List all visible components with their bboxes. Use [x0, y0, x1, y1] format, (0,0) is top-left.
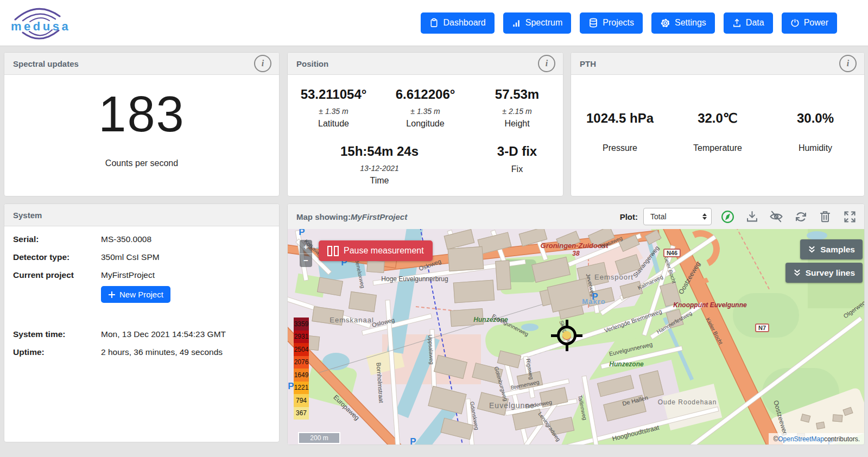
- card-header: Position i: [288, 53, 563, 75]
- parking-icon: P: [288, 381, 294, 392]
- map-zoom-control: + −: [300, 240, 312, 267]
- plot-label: Plot:: [620, 212, 638, 221]
- pause-measurement-button[interactable]: Pause measurement: [319, 240, 433, 261]
- openstreetmap-link[interactable]: OpenStreetMap: [778, 435, 824, 443]
- pause-icon: [327, 246, 339, 256]
- map-label: Hunzezone: [609, 360, 643, 368]
- fix-value: 3-D fix: [471, 144, 563, 159]
- new-project-label: New Project: [119, 290, 163, 299]
- plot-select[interactable]: Total: [643, 208, 712, 225]
- eye-off-icon[interactable]: [768, 208, 784, 225]
- uptime-label: Uptime:: [13, 347, 101, 357]
- road-shield: N46: [663, 249, 681, 257]
- nav-label: Spectrum: [525, 18, 562, 28]
- nav-label: Dashboard: [443, 18, 485, 28]
- nav-spectrum-button[interactable]: Spectrum: [503, 12, 571, 34]
- time-value: 15h:54m 24s: [288, 144, 471, 159]
- map-label: Oude Roodehaan: [658, 398, 717, 406]
- temperature-value: 32.0℃: [669, 111, 766, 126]
- spectral-updates-card: Spectral updates i 183 Counts per second: [4, 52, 280, 196]
- map-title-project: MyFirstProject: [351, 212, 407, 221]
- system-time-row: System time: Mon, 13 Dec 2021 14:54:23 G…: [13, 329, 226, 339]
- map-card: Map showing: MyFirstProject Plot: Total: [287, 204, 865, 445]
- card-title: PTH: [580, 59, 596, 68]
- pth-card: PTH i 1024.5 hPa Pressure 32.0℃ Temperat…: [571, 52, 865, 196]
- nav-settings-button[interactable]: Settings: [651, 12, 715, 34]
- database-icon: [588, 18, 598, 28]
- nav-label: Power: [804, 18, 828, 28]
- map-building: [428, 386, 466, 414]
- map-canvas[interactable]: Groningen-Zuidoost38Hoge Euvelgunnerbrug…: [288, 229, 864, 445]
- nav-label: Projects: [603, 18, 634, 28]
- refresh-icon[interactable]: [793, 208, 809, 225]
- map-building: [816, 422, 825, 429]
- system-time-label: System time:: [13, 329, 101, 339]
- map-building: [448, 246, 484, 271]
- nav-projects-button[interactable]: Projects: [580, 12, 643, 34]
- legend-cell: 2931: [294, 331, 309, 344]
- map-attribution: © OpenStreetMap contributors.: [769, 433, 864, 445]
- serial-value: MS-350.0008: [101, 234, 151, 244]
- detector-row: Detector type: 350ml CsI SPM: [13, 252, 160, 262]
- survey-lines-label: Survey lines: [806, 268, 855, 278]
- samples-toggle-button[interactable]: Samples: [800, 239, 863, 259]
- longitude-label: Longitude: [379, 119, 471, 129]
- height-label: Height: [471, 119, 563, 129]
- fix-metric: 3-D fix Fix: [471, 144, 563, 186]
- nav-power-button[interactable]: Power: [782, 12, 837, 34]
- nav-data-button[interactable]: Data: [724, 12, 773, 34]
- info-icon[interactable]: i: [254, 55, 271, 72]
- chevrons-down-icon: [793, 269, 801, 277]
- parking-icon: P: [592, 291, 598, 302]
- logo-text: medusa: [11, 20, 71, 33]
- survey-lines-toggle-button[interactable]: Survey lines: [785, 263, 863, 283]
- card-title: Position: [296, 59, 328, 68]
- gear-icon: [660, 18, 670, 28]
- map-building: [366, 260, 384, 273]
- card-header: System: [4, 204, 279, 226]
- map-label: 38: [572, 250, 579, 257]
- clipboard-icon: [429, 18, 439, 28]
- humidity-metric: 30.0% Humidity: [766, 111, 864, 153]
- top-bar: medusa Dashboard Spectrum Projects Setti…: [0, 0, 868, 46]
- longitude-value: 6.612206°: [379, 87, 471, 102]
- nav-dashboard-button[interactable]: Dashboard: [421, 12, 494, 34]
- parking-icon: P: [410, 436, 416, 445]
- map-toolbar: [719, 208, 858, 225]
- zoom-out-button[interactable]: −: [300, 254, 312, 268]
- compass-icon[interactable]: [719, 208, 736, 225]
- project-row: Current project MyFirstProject: [13, 270, 155, 280]
- nav-label: Data: [746, 18, 764, 28]
- map-building: [453, 280, 495, 303]
- zoom-in-button[interactable]: +: [300, 240, 312, 254]
- nav-label: Settings: [675, 18, 706, 28]
- map-feature: [807, 231, 827, 240]
- legend-cell: 3359: [294, 318, 309, 331]
- latitude-metric: 53.211054° ± 1.35 m Latitude: [288, 87, 379, 129]
- card-header: Spectral updates i: [4, 53, 279, 75]
- select-updown-icon: [702, 213, 707, 220]
- height-metric: 57.53m ± 2.15 m Height: [471, 87, 563, 129]
- info-icon[interactable]: i: [839, 55, 857, 72]
- info-icon[interactable]: i: [538, 55, 555, 72]
- fix-label: Fix: [471, 164, 563, 174]
- trash-icon[interactable]: [817, 208, 833, 225]
- new-project-button[interactable]: New Project: [101, 286, 170, 303]
- legend-cell: 1221: [294, 382, 309, 395]
- longitude-metric: 6.612206° ± 1.35 m Longitude: [379, 87, 471, 129]
- project-value: MyFirstProject: [101, 270, 155, 280]
- humidity-value: 30.0%: [766, 111, 864, 126]
- pause-label: Pause measurement: [344, 246, 424, 256]
- samples-label: Samples: [820, 245, 855, 255]
- serial-row: Serial: MS-350.0008: [13, 234, 151, 244]
- map-building: [832, 414, 842, 422]
- pressure-metric: 1024.5 hPa Pressure: [571, 111, 669, 153]
- expand-icon[interactable]: [841, 208, 858, 225]
- map-label: Eemskanaal: [330, 316, 374, 324]
- download-icon[interactable]: [744, 208, 760, 225]
- pressure-value: 1024.5 hPa: [571, 111, 669, 126]
- counts-color-legend: 335929312504207616491221794367: [294, 318, 309, 420]
- temperature-label: Temperature: [669, 143, 766, 153]
- system-card: System Serial: MS-350.0008 Detector type…: [4, 204, 280, 442]
- bar-chart-icon: [512, 18, 521, 28]
